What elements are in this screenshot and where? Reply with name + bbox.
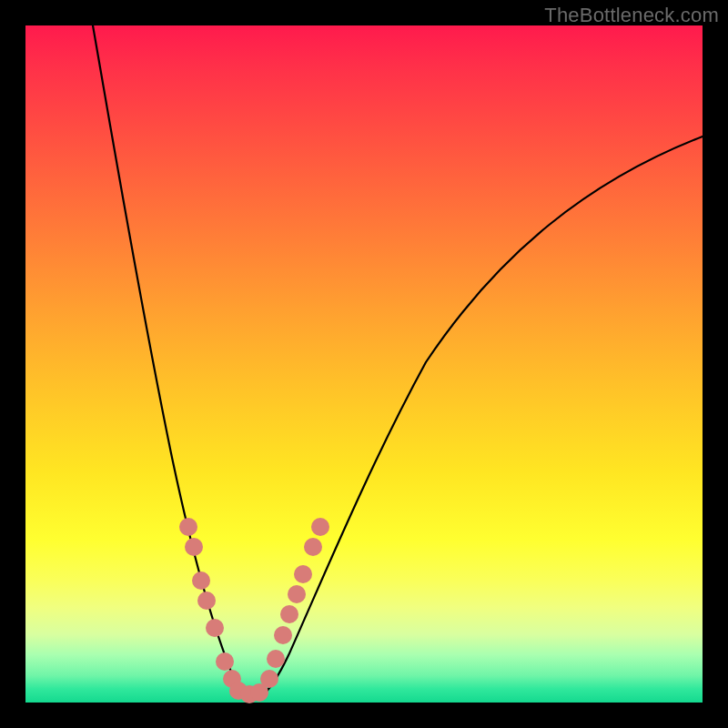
svg-point-5	[216, 652, 234, 671]
outer-frame: TheBottleneck.com	[0, 0, 728, 728]
svg-point-1	[185, 538, 203, 556]
svg-point-13	[280, 605, 298, 623]
svg-point-12	[274, 626, 292, 644]
svg-point-16	[304, 538, 322, 556]
chart-svg	[25, 25, 703, 703]
svg-point-4	[206, 619, 224, 637]
svg-point-11	[267, 650, 285, 668]
svg-point-10	[260, 670, 278, 688]
svg-point-3	[197, 592, 216, 610]
svg-point-0	[179, 518, 197, 536]
svg-point-2	[192, 571, 210, 590]
svg-point-17	[311, 518, 329, 536]
svg-point-14	[288, 585, 306, 603]
watermark-text: TheBottleneck.com	[544, 4, 719, 27]
curve-right-branch	[253, 136, 703, 700]
svg-point-15	[294, 565, 312, 583]
highlight-dots	[179, 518, 329, 703]
curve-left-branch	[93, 25, 253, 700]
